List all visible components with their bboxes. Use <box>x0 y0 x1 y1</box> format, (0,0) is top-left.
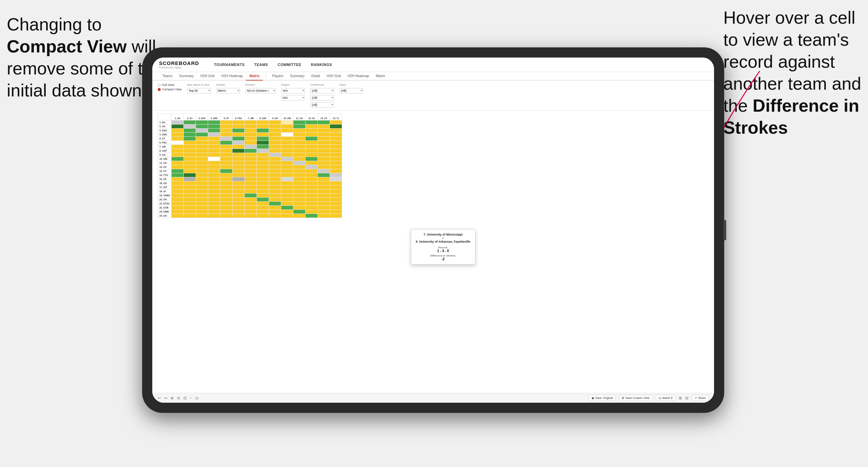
icon5[interactable]: ⊡ <box>183 396 186 400</box>
matrix-cell[interactable] <box>257 141 269 145</box>
matrix-cell[interactable] <box>184 137 196 141</box>
matrix-cell[interactable] <box>293 190 306 194</box>
matrix-cell[interactable] <box>330 194 342 198</box>
matrix-cell[interactable] <box>245 202 257 206</box>
matrix-cell[interactable] <box>281 120 293 125</box>
matrix-cell[interactable] <box>232 190 245 194</box>
matrix-cell[interactable] <box>245 181 257 185</box>
matrix-cell[interactable] <box>245 214 257 218</box>
matrix-cell[interactable] <box>330 165 342 169</box>
compact-view-option[interactable]: Compact View <box>158 88 182 91</box>
matrix-cell[interactable] <box>306 157 318 161</box>
tab-matrix-right[interactable]: Matrix <box>373 72 388 81</box>
matrix-cell[interactable] <box>172 141 184 145</box>
gender-select[interactable]: Men's <box>216 88 240 93</box>
watch-btn[interactable]: ◎ Watch ▾ <box>656 395 676 401</box>
max-teams-select[interactable]: Top 50 <box>187 88 211 93</box>
matrix-cell[interactable] <box>232 169 245 173</box>
matrix-cell[interactable] <box>318 206 330 210</box>
matrix-cell[interactable] <box>269 125 281 129</box>
matrix-cell[interactable] <box>208 173 220 177</box>
matrix-cell[interactable] <box>257 153 269 157</box>
matrix-cell[interactable] <box>208 141 220 145</box>
matrix-cell[interactable] <box>318 145 330 149</box>
matrix-cell[interactable] <box>245 153 257 157</box>
matrix-cell[interactable] <box>293 125 306 129</box>
matrix-cell[interactable] <box>257 161 269 165</box>
matrix-cell[interactable] <box>208 133 220 137</box>
matrix-cell[interactable] <box>306 173 318 177</box>
matrix-cell[interactable] <box>293 137 306 141</box>
full-view-option[interactable]: Full View <box>158 83 182 87</box>
matrix-cell[interactable] <box>281 206 293 210</box>
matrix-cell[interactable] <box>245 190 257 194</box>
matrix-cell[interactable] <box>269 173 281 177</box>
matrix-cell[interactable] <box>269 149 281 153</box>
matrix-cell[interactable] <box>208 202 220 206</box>
matrix-cell[interactable] <box>208 190 220 194</box>
matrix-cell[interactable] <box>232 145 245 149</box>
matrix-cell[interactable] <box>220 202 232 206</box>
matrix-cell[interactable] <box>318 129 330 133</box>
matrix-cell[interactable] <box>208 185 220 190</box>
matrix-cell[interactable] <box>281 177 293 181</box>
matrix-cell[interactable] <box>196 206 208 210</box>
matrix-cell[interactable] <box>257 149 269 153</box>
matrix-cell[interactable] <box>245 141 257 145</box>
matrix-cell[interactable] <box>318 161 330 165</box>
matrix-cell[interactable] <box>232 141 245 145</box>
matrix-cell[interactable] <box>281 153 293 157</box>
matrix-cell[interactable] <box>208 198 220 202</box>
matrix-cell[interactable] <box>306 181 318 185</box>
matrix-cell[interactable] <box>306 141 318 145</box>
matrix-cell[interactable] <box>172 149 184 153</box>
matrix-cell[interactable] <box>257 173 269 177</box>
matrix-cell[interactable] <box>293 173 306 177</box>
matrix-cell[interactable] <box>196 153 208 157</box>
matrix-cell[interactable] <box>281 194 293 198</box>
matrix-cell[interactable] <box>293 129 306 133</box>
matrix-cell[interactable] <box>257 185 269 190</box>
matrix-cell[interactable] <box>245 173 257 177</box>
matrix-cell[interactable] <box>293 169 306 173</box>
matrix-cell[interactable] <box>281 165 293 169</box>
matrix-cell[interactable] <box>208 210 220 214</box>
matrix-cell[interactable] <box>196 181 208 185</box>
full-view-radio[interactable] <box>158 84 161 87</box>
matrix-cell[interactable] <box>318 137 330 141</box>
matrix-cell[interactable] <box>245 165 257 169</box>
matrix-cell[interactable] <box>172 145 184 149</box>
icon4[interactable]: ⊖ <box>177 396 180 400</box>
matrix-cell[interactable] <box>306 214 318 218</box>
matrix-cell[interactable] <box>318 173 330 177</box>
matrix-cell[interactable] <box>220 161 232 165</box>
matrix-cell[interactable] <box>318 157 330 161</box>
matrix-cell[interactable] <box>196 157 208 161</box>
view-original-btn[interactable]: ◉ View: Original <box>589 395 616 401</box>
matrix-cell[interactable] <box>196 190 208 194</box>
nav-tournaments[interactable]: TOURNAMENTS <box>213 62 246 67</box>
matrix-cell[interactable] <box>245 185 257 190</box>
matrix-cell[interactable] <box>184 206 196 210</box>
matrix-cell[interactable] <box>318 198 330 202</box>
grid-icon[interactable]: ⊞ <box>679 396 682 400</box>
matrix-cell[interactable] <box>306 210 318 214</box>
matrix-cell[interactable] <box>281 141 293 145</box>
matrix-cell[interactable] <box>220 129 232 133</box>
matrix-cell[interactable] <box>184 125 196 129</box>
matrix-cell[interactable] <box>184 169 196 173</box>
matrix-cell[interactable] <box>330 149 342 153</box>
matrix-cell[interactable] <box>220 214 232 218</box>
matrix-cell[interactable] <box>330 185 342 190</box>
matrix-cell[interactable] <box>184 181 196 185</box>
matrix-cell[interactable] <box>257 133 269 137</box>
matrix-cell[interactable] <box>306 145 318 149</box>
matrix-cell[interactable] <box>318 133 330 137</box>
matrix-cell[interactable] <box>257 137 269 141</box>
tab-matrix-left[interactable]: Matrix <box>246 72 263 81</box>
matrix-cell[interactable] <box>318 190 330 194</box>
matrix-cell[interactable] <box>306 133 318 137</box>
matrix-cell[interactable] <box>330 141 342 145</box>
matrix-cell[interactable] <box>208 157 220 161</box>
matrix-cell[interactable] <box>184 190 196 194</box>
